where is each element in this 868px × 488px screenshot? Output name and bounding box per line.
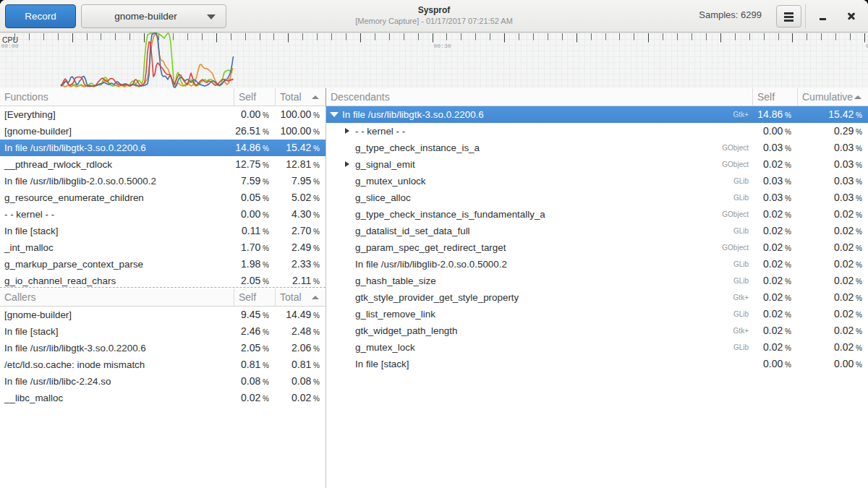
svg-text:00:00: 00:00 bbox=[1, 43, 19, 49]
svg-text:00:30: 00:30 bbox=[434, 43, 451, 49]
